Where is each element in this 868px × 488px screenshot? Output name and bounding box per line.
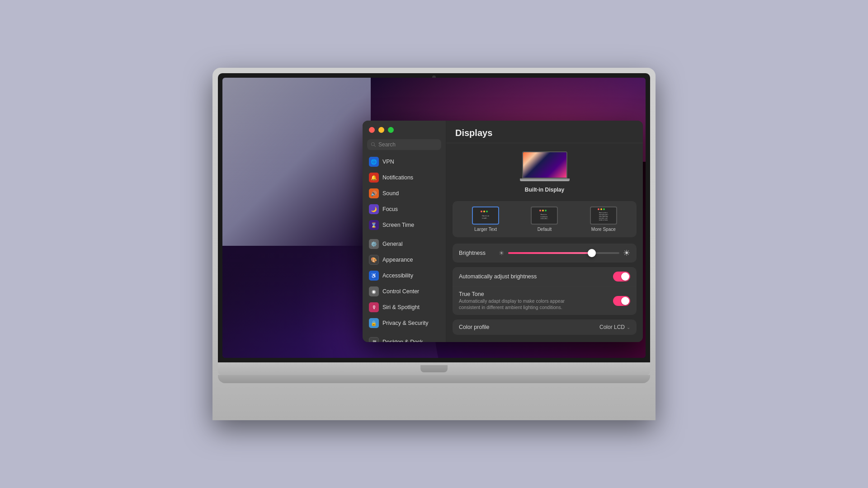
minimize-button[interactable] [378, 127, 384, 133]
auto-brightness-toggle[interactable] [613, 272, 630, 282]
screen-bezel: Search 🌐 VPN 🔔 [218, 73, 650, 362]
toggle-knob-truetone [621, 297, 629, 305]
brightness-label: Brightness [459, 250, 495, 256]
vpn-icon: 🌐 [369, 157, 379, 167]
sidebar-item-siri[interactable]: 🎙 Siri & Spotlight [364, 300, 444, 315]
control-center-icon: ◉ [369, 286, 379, 296]
desktop-dock-icon: 🖥 [369, 337, 379, 342]
sidebar-item-privacy[interactable]: 🔒 Privacy & Security [364, 315, 444, 331]
macbook-mini-wallpaper [523, 152, 566, 178]
true-tone-label: True Tone [459, 291, 567, 297]
sidebar-item-sound[interactable]: 🔊 Sound [364, 186, 444, 201]
settings-section-brightness: Brightness ☀ ☀ [453, 244, 637, 263]
sidebar-label-notifications: Notifications [382, 174, 413, 181]
resolution-default[interactable]: Here's totroublemaones who... Default [517, 206, 572, 232]
screen: Search 🌐 VPN 🔔 [222, 78, 646, 358]
res-preview-larger: Here's totroubl... [472, 206, 499, 225]
color-profile-value[interactable]: Color LCD ⌄ [599, 324, 630, 330]
resolution-larger-text[interactable]: Here's totroubl... Larger Text [458, 206, 513, 232]
page-title: Displays [455, 128, 492, 138]
brightness-icon-low: ☀ [499, 249, 505, 257]
settings-window: Search 🌐 VPN 🔔 [363, 121, 643, 342]
notifications-icon: 🔔 [369, 173, 379, 183]
maximize-button[interactable] [388, 127, 394, 133]
sidebar-item-notifications[interactable]: 🔔 Notifications [364, 170, 444, 185]
screen-time-icon: ⌛ [369, 220, 379, 230]
auto-brightness-label: Automatically adjust brightness [459, 273, 537, 280]
window-controls [363, 121, 446, 137]
general-icon: ⚙️ [369, 239, 379, 249]
sidebar-label-screen-time: Screen Time [382, 222, 414, 228]
wallpaper-light [222, 78, 371, 246]
settings-section-toggles: Automatically adjust brightness True Ton… [453, 267, 637, 315]
search-icon [371, 142, 376, 147]
sidebar-item-vpn[interactable]: 🌐 VPN [364, 154, 444, 169]
sidebar-item-screen-time[interactable]: ⌛ Screen Time [364, 217, 444, 233]
laptop-bottom [218, 362, 650, 375]
res-preview-more: Here's to the oones who see trules. And … [590, 206, 617, 225]
res-label-default: Default [538, 227, 552, 232]
laptop-foot [218, 375, 650, 383]
sidebar-item-desktop-dock[interactable]: 🖥 Desktop & Dock [364, 334, 444, 342]
chevron-down-icon: ⌄ [627, 325, 630, 330]
main-content: Displays Built-in Display [446, 121, 643, 342]
brightness-row: Brightness ☀ ☀ [453, 244, 637, 263]
brightness-icon-high: ☀ [623, 248, 630, 258]
sidebar-item-appearance[interactable]: 🎨 Appearance [364, 252, 444, 267]
focus-icon: 🌙 [369, 204, 379, 214]
res-label-more: More Space [591, 227, 616, 232]
res-preview-default: Here's totroublemaones who... [531, 206, 558, 225]
svg-line-1 [374, 145, 376, 147]
resolution-options: Here's totroubl... Larger Text [458, 206, 631, 232]
sidebar-item-control-center[interactable]: ◉ Control Center [364, 284, 444, 299]
appearance-icon: 🎨 [369, 255, 379, 265]
color-profile-label: Color profile [459, 324, 489, 330]
privacy-icon: 🔒 [369, 318, 379, 328]
brightness-knob[interactable] [588, 249, 596, 257]
color-profile-row: Color profile Color LCD ⌄ [453, 319, 637, 335]
true-tone-sublabel: Automatically adapt display to make colo… [459, 298, 567, 310]
brightness-fill [508, 252, 592, 254]
accessibility-icon: ♿ [369, 271, 379, 281]
display-preview-section: Built-in Display [446, 143, 643, 199]
sidebar-item-accessibility[interactable]: ♿ Accessibility [364, 268, 444, 283]
sidebar-label-accessibility: Accessibility [382, 272, 413, 279]
main-header: Displays [446, 121, 643, 143]
search-bar[interactable]: Search [367, 139, 441, 150]
auto-brightness-row: Automatically adjust brightness [453, 267, 637, 286]
sidebar-item-general[interactable]: ⚙️ General [364, 236, 444, 252]
resolution-more-space[interactable]: Here's to the oones who see trules. And … [576, 206, 631, 232]
sidebar-label-desktop-dock: Desktop & Dock [382, 339, 423, 342]
true-tone-row: True Tone Automatically adapt display to… [453, 286, 637, 315]
hinge-notch [420, 365, 448, 372]
sidebar-label-focus: Focus [382, 206, 398, 212]
settings-section-color: Color profile Color LCD ⌄ [453, 319, 637, 335]
macbook-mini [522, 151, 567, 183]
sidebar-label-privacy: Privacy & Security [382, 320, 428, 326]
sidebar-label-general: General [382, 241, 402, 247]
close-button[interactable] [369, 127, 375, 133]
macbook-mini-screen [522, 151, 567, 178]
macbook-mini-base [520, 178, 570, 181]
siri-icon: 🎙 [369, 302, 379, 312]
sidebar: Search 🌐 VPN 🔔 [363, 121, 446, 342]
laptop: Search 🌐 VPN 🔔 [212, 68, 656, 420]
res-label-larger: Larger Text [474, 227, 497, 232]
toggle-knob-auto [621, 272, 629, 281]
sidebar-item-focus[interactable]: 🌙 Focus [364, 202, 444, 217]
sidebar-label-control-center: Control Center [382, 288, 419, 295]
sound-icon: 🔊 [369, 188, 379, 198]
color-profile-text: Color LCD [599, 324, 625, 330]
sidebar-label-appearance: Appearance [382, 257, 413, 263]
sidebar-label-vpn: VPN [382, 159, 394, 165]
sidebar-label-siri: Siri & Spotlight [382, 304, 420, 310]
true-tone-toggle[interactable] [613, 296, 630, 306]
brightness-slider[interactable] [508, 252, 619, 254]
search-placeholder: Search [378, 141, 396, 148]
sidebar-list: 🌐 VPN 🔔 Notifications [363, 154, 446, 342]
resolution-section: Here's totroubl... Larger Text [453, 201, 637, 237]
display-name: Built-in Display [525, 187, 564, 193]
sidebar-label-sound: Sound [382, 190, 399, 197]
